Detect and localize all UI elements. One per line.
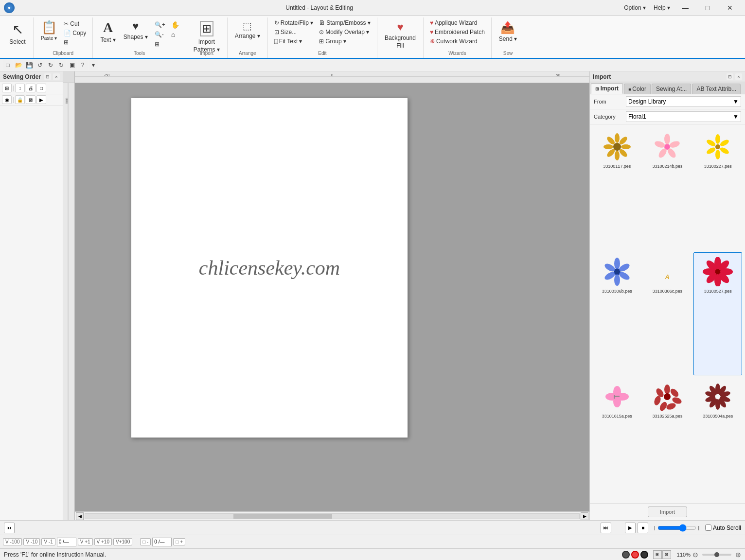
qa-new-btn[interactable]: □ (3, 60, 13, 70)
category-select[interactable]: Floral1 ▼ (626, 111, 741, 122)
modify-overlap-button[interactable]: ⊙ Modify Overlap ▾ (317, 28, 373, 36)
design-item-8[interactable]: 33103504a.pes (693, 377, 742, 500)
step-100-neg-btn[interactable]: V -100 (3, 538, 22, 545)
tab-text-attrib[interactable]: AB Text Attrib... (692, 84, 741, 94)
maximize-button[interactable]: □ (696, 0, 719, 16)
h-scrollbar-thumb[interactable] (233, 514, 332, 519)
step-100-pos-btn[interactable]: V+100 (113, 538, 132, 545)
view-btn[interactable]: ⊞ (152, 40, 168, 49)
import-dock-btn[interactable]: ⊟ (727, 73, 733, 80)
from-select[interactable]: Design Library ▼ (626, 96, 741, 107)
sewing-dock-btn[interactable]: ⊟ (44, 73, 51, 80)
auto-scroll-checkbox[interactable] (705, 525, 711, 531)
sewing-tool-x[interactable]: ⊠ (26, 95, 35, 104)
import-action-button[interactable]: Import (648, 507, 687, 517)
zoom-out-btn[interactable]: 🔍- (152, 30, 168, 39)
step-1-pos-btn[interactable]: V +1 (78, 538, 93, 545)
skip-fwd-btn[interactable]: ⏭ (601, 523, 611, 533)
format-button[interactable]: ⊞ (61, 38, 89, 47)
play-btn[interactable]: ▶ (625, 523, 636, 533)
sewing-tool-lock[interactable]: 🔒 (15, 95, 25, 104)
paste-button[interactable]: 📋 Paste ▾ (37, 18, 60, 49)
qa-open-btn[interactable]: 📂 (14, 60, 23, 70)
import-patterns-button[interactable]: ⊞ Import Patterns ▾ (190, 18, 223, 49)
applique-wizard-button[interactable]: ♥ Applique Wizard (427, 18, 480, 27)
skip-back-btn[interactable]: ⏮ (4, 523, 15, 533)
send-button[interactable]: 📤 Send ▾ (496, 18, 520, 49)
zoom-slider-thumb[interactable] (714, 552, 719, 557)
scroll-left-btn[interactable]: ◀ (76, 512, 84, 520)
option-button[interactable]: Option ▾ (620, 0, 650, 16)
square-minus-btn[interactable]: □ - (140, 538, 151, 545)
auto-scroll-label: Auto Scroll (705, 525, 741, 531)
shapes-button[interactable]: ♥ Shapes ▾ (120, 18, 151, 49)
square-plus-btn[interactable]: □ + (173, 538, 185, 545)
step-10-pos-btn[interactable]: V +10 (94, 538, 112, 545)
sewing-tool-square[interactable]: □ (36, 84, 46, 92)
size-button[interactable]: ⊡ Size... (272, 28, 316, 36)
sewing-tool-grid[interactable]: ⊞ (2, 84, 12, 92)
tool2-btn[interactable]: ⌂ (169, 30, 182, 39)
copy-button[interactable]: 📄 Copy (61, 29, 89, 37)
zoom-minus-btn[interactable]: ⊖ (692, 551, 698, 559)
design-item-2[interactable]: 33100227.pes (693, 127, 742, 250)
cut-button[interactable]: ✂ Cut (61, 19, 89, 28)
step-value-input[interactable] (57, 538, 76, 546)
close-button[interactable]: ✕ (719, 0, 741, 16)
arrange-button[interactable]: ⬚ Arrange ▾ (231, 18, 264, 49)
step-value2-input[interactable] (152, 538, 172, 546)
import-close-btn[interactable]: × (735, 73, 742, 80)
cutwork-wizard-button[interactable]: ❋ Cutwork Wizard (427, 37, 480, 46)
zoom-plus-btn[interactable]: ⊕ (735, 551, 741, 559)
help-button[interactable]: Help ▾ (650, 0, 674, 16)
h-scrollbar[interactable]: ◀ ▶ (75, 511, 589, 520)
design-item-4[interactable]: A 33100306c.pes (643, 252, 692, 375)
background-fill-button[interactable]: ♥ Background Fill (381, 18, 419, 49)
group-button[interactable]: ⊞ Group ▾ (317, 37, 373, 46)
design-item-5[interactable]: 33100527.pes (693, 252, 742, 375)
tab-color[interactable]: ■ Color (624, 84, 651, 94)
pan-btn[interactable]: ✋ (169, 20, 182, 29)
embroidered-patch-button[interactable]: ♥ Embroidered Patch (427, 28, 487, 36)
qa-help-btn[interactable]: ? (78, 60, 88, 70)
h-scrollbar-track[interactable] (85, 513, 580, 519)
view-icon-btn1[interactable]: ⊞ (653, 550, 662, 559)
arrange-icon: ⬚ (243, 21, 252, 31)
rotate-flip-button[interactable]: ↻ Rotate/Flip ▾ (272, 18, 316, 27)
qa-save-btn[interactable]: 💾 (24, 60, 34, 70)
sewing-tool-play[interactable]: ▶ (36, 95, 46, 104)
zoom-slider-track[interactable] (702, 554, 731, 556)
sewing-close-btn[interactable]: × (53, 73, 60, 80)
design-item-6[interactable]: 33101615a.pes (593, 377, 641, 500)
tab-sewing[interactable]: Sewing At... (652, 84, 691, 94)
sewing-tool-sort[interactable]: ↕ (15, 84, 25, 92)
scroll-right-btn[interactable]: ▶ (581, 512, 588, 520)
tab-import[interactable]: ⊞ Import (591, 83, 623, 94)
select-button[interactable]: ↖ Select (6, 18, 29, 49)
sewing-tool-print[interactable]: 🖨 (26, 84, 35, 92)
qa-undo-btn[interactable]: ↺ (35, 60, 45, 70)
qa-redo2-btn[interactable]: ↻ (56, 60, 66, 70)
design-item-0[interactable]: 33100117.pes (593, 127, 641, 250)
step-10-neg-btn[interactable]: V -10 (23, 538, 40, 545)
qa-redo-btn[interactable]: ↻ (46, 60, 55, 70)
canvas-scroll-area[interactable]: chlicensekey.com (75, 83, 589, 511)
minimize-button[interactable]: — (674, 0, 696, 16)
design-filename-2: 33100227.pes (704, 164, 732, 169)
stop-btn[interactable]: ■ (638, 523, 648, 533)
fit-text-button[interactable]: ⌺ Fit Text ▾ (272, 37, 316, 46)
design-item-1[interactable]: 33100214b.pes (643, 127, 692, 250)
design-filename-4: 33100306c.pes (653, 289, 683, 294)
qa-view-btn[interactable]: ▣ (67, 60, 77, 70)
zoom-in-btn[interactable]: 🔍+ (152, 20, 168, 29)
design-item-7[interactable]: 33102525a.pes (643, 377, 692, 500)
sewing-tool-circle[interactable]: ◉ (2, 95, 12, 104)
qa-more-btn[interactable]: ▾ (89, 60, 98, 70)
step-1-neg-btn[interactable]: V -1 (41, 538, 55, 545)
text-button[interactable]: A Text ▾ (97, 18, 119, 49)
ribbon-group-edit: ↻ Rotate/Flip ▾ ⊡ Size... ⌺ Fit Text ▾ (268, 18, 377, 58)
design-item-3[interactable]: 33100306b.pes (593, 252, 641, 375)
view-icon-btn2[interactable]: ⊡ (662, 550, 671, 559)
playback-slider[interactable] (657, 524, 696, 532)
stamp-emboss-button[interactable]: 🖹 Stamp/Emboss ▾ (317, 18, 373, 27)
